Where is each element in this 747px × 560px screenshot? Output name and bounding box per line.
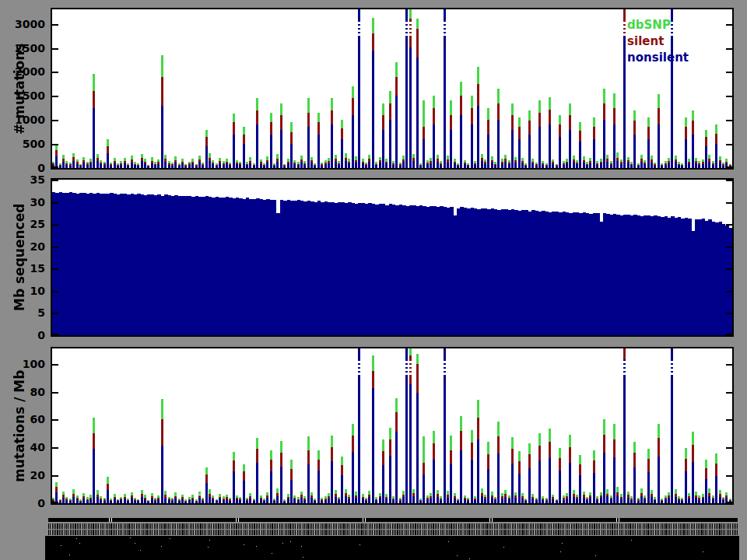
- sample-bar: [335, 348, 337, 503]
- sample-bar: [276, 9, 279, 168]
- legend-entry-dbsnp: dbSNP: [627, 17, 689, 33]
- sample-bar: [549, 348, 551, 503]
- sample-bar: [52, 348, 54, 503]
- sample-bar: [229, 9, 231, 168]
- sample-bar: [117, 348, 119, 503]
- sample-bar: [610, 348, 612, 503]
- sample-bar: [518, 9, 521, 168]
- sample-bar: [675, 348, 677, 503]
- legend-entry-silent: silent: [627, 33, 689, 50]
- sample-bar: [331, 9, 333, 168]
- sample-bar: [65, 348, 68, 503]
- sample-bar: [290, 348, 293, 503]
- sample-bar: [141, 348, 143, 503]
- sample-bar: [263, 9, 265, 168]
- y-tick-mark: [726, 72, 732, 73]
- y-tick-mark: [726, 268, 732, 270]
- sample-bar: [511, 348, 514, 503]
- sample-bar: [620, 348, 622, 503]
- sample-bar: [399, 348, 402, 503]
- clipped-bar-dashes: [623, 359, 626, 376]
- sample-bar: [627, 348, 630, 503]
- y-tick-mark: [52, 247, 58, 248]
- sample-bar: [144, 348, 146, 503]
- sample-bar: [362, 348, 364, 503]
- sample-bar: [457, 348, 459, 503]
- sample-bar: [164, 348, 167, 503]
- y-tick-label: 20: [0, 468, 45, 482]
- sample-bar: [644, 348, 646, 503]
- sample-bar: [174, 9, 177, 168]
- sample-bar: [440, 9, 442, 168]
- sample-bar: [321, 348, 323, 503]
- sample-bar: [395, 348, 398, 503]
- y-tick-label: 25: [0, 217, 45, 231]
- clipped-bar-dashes: [623, 20, 626, 37]
- clipped-bar-dashes: [671, 359, 673, 376]
- sample-bar: [556, 348, 558, 503]
- y-tick-label: 15: [0, 261, 45, 275]
- y-tick-mark: [52, 166, 58, 168]
- sample-bar: [715, 348, 717, 503]
- y-tick-mark: [726, 364, 732, 366]
- sample-bar: [573, 9, 575, 168]
- sample-bar: [365, 9, 367, 168]
- sample-bar: [681, 348, 683, 503]
- sample-bar: [379, 348, 381, 503]
- y-tick-label: 3000: [0, 17, 45, 31]
- sample-bar: [630, 348, 633, 503]
- sample-bar: [688, 348, 690, 503]
- legend-label-dbsnp: dbSNP: [627, 18, 671, 32]
- clipped-bar-dashes: [405, 20, 408, 37]
- sample-labels-noise-texture: [45, 536, 739, 560]
- sample-bar: [151, 9, 153, 168]
- sample-bar: [117, 9, 119, 168]
- sample-bar: [637, 348, 640, 503]
- sample-bar: [297, 348, 300, 503]
- legend-entry-nonsilent: nonsilent: [627, 50, 689, 66]
- sample-bar: [273, 348, 275, 503]
- legend-label-silent: silent: [627, 34, 664, 48]
- sample-bar: [412, 348, 415, 503]
- y-tick-mark: [726, 202, 732, 204]
- sample-bar: [110, 348, 112, 503]
- sample-bar: [96, 9, 99, 168]
- y-tick-mark: [726, 392, 732, 394]
- y-tick-label: 80: [0, 385, 45, 399]
- sample-bar: [603, 9, 605, 168]
- y-tick-mark: [52, 291, 58, 292]
- panel-mb-sequenced: [51, 178, 734, 337]
- y-tick-mark: [52, 48, 58, 50]
- figure: dbSNP silent nonsilent # mutations Mb se…: [0, 0, 747, 560]
- sample-bar: [205, 348, 208, 503]
- sample-bar: [471, 9, 473, 168]
- sample-bar: [433, 348, 435, 503]
- sample-bar: [545, 9, 548, 168]
- sample-bar: [72, 9, 75, 168]
- sample-bar: [440, 348, 442, 503]
- sample-bar: [362, 9, 364, 168]
- sample-bar: [164, 9, 167, 168]
- y-tick-mark: [726, 334, 732, 335]
- sample-bar: [389, 348, 391, 503]
- y-tick-mark: [726, 247, 732, 248]
- sample-bar: [596, 348, 598, 503]
- sample-bar: [293, 348, 296, 503]
- sample-bar: [389, 9, 391, 168]
- sample-bar: [103, 9, 106, 168]
- sample-bar: [586, 348, 588, 503]
- sample-bar: [671, 348, 673, 503]
- sample-bar: [243, 348, 245, 503]
- sample-bar: [447, 348, 449, 503]
- sample-bar: [96, 348, 99, 503]
- clipped-bar-dashes: [405, 359, 408, 376]
- y-tick-mark: [726, 291, 732, 292]
- sample-bar: [419, 348, 422, 503]
- sample-bar: [310, 348, 313, 503]
- sample-bar: [124, 348, 126, 503]
- y-tick-label: 1000: [0, 113, 45, 127]
- sample-bar: [303, 348, 306, 503]
- sample-bar: [178, 9, 181, 168]
- sample-bar: [181, 348, 184, 503]
- sample-bar: [566, 348, 568, 503]
